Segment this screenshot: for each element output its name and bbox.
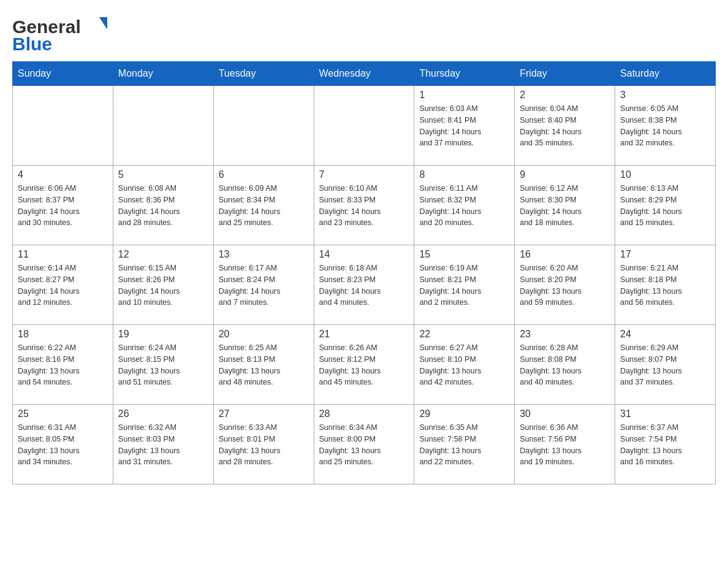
- day-number: 3: [620, 90, 710, 101]
- calendar-table: SundayMondayTuesdayWednesdayThursdayFrid…: [12, 61, 716, 484]
- day-info: Sunrise: 6:25 AM Sunset: 8:13 PM Dayligh…: [219, 342, 309, 388]
- calendar-cell: 8Sunrise: 6:11 AM Sunset: 8:32 PM Daylig…: [414, 166, 515, 245]
- weekday-header: Wednesday: [314, 62, 414, 86]
- day-info: Sunrise: 6:22 AM Sunset: 8:16 PM Dayligh…: [18, 342, 108, 388]
- day-number: 30: [520, 408, 610, 419]
- day-number: 1: [419, 90, 509, 101]
- day-info: Sunrise: 6:27 AM Sunset: 8:10 PM Dayligh…: [419, 342, 509, 388]
- calendar-cell: 31Sunrise: 6:37 AM Sunset: 7:54 PM Dayli…: [615, 405, 716, 484]
- weekday-header: Monday: [113, 62, 213, 86]
- day-number: 5: [118, 169, 208, 180]
- day-number: 24: [620, 329, 710, 340]
- logo-svg: General Blue: [12, 12, 110, 55]
- calendar-cell: 23Sunrise: 6:28 AM Sunset: 8:08 PM Dayli…: [515, 325, 615, 405]
- calendar-cell: 20Sunrise: 6:25 AM Sunset: 8:13 PM Dayli…: [213, 325, 314, 405]
- day-number: 14: [319, 249, 409, 260]
- calendar-cell: 21Sunrise: 6:26 AM Sunset: 8:12 PM Dayli…: [314, 325, 414, 405]
- calendar-cell: 1Sunrise: 6:03 AM Sunset: 8:41 PM Daylig…: [414, 86, 515, 166]
- calendar-week-row: 11Sunrise: 6:14 AM Sunset: 8:27 PM Dayli…: [13, 245, 716, 325]
- calendar-cell: [213, 86, 314, 166]
- weekday-header: Thursday: [414, 62, 515, 86]
- day-number: 29: [419, 408, 509, 419]
- calendar-cell: 27Sunrise: 6:33 AM Sunset: 8:01 PM Dayli…: [213, 405, 314, 484]
- calendar-cell: 19Sunrise: 6:24 AM Sunset: 8:15 PM Dayli…: [113, 325, 213, 405]
- calendar-week-row: 1Sunrise: 6:03 AM Sunset: 8:41 PM Daylig…: [13, 86, 716, 166]
- day-info: Sunrise: 6:26 AM Sunset: 8:12 PM Dayligh…: [319, 342, 409, 388]
- calendar-cell: 16Sunrise: 6:20 AM Sunset: 8:20 PM Dayli…: [515, 245, 615, 325]
- day-info: Sunrise: 6:06 AM Sunset: 8:37 PM Dayligh…: [18, 183, 108, 229]
- calendar-week-row: 18Sunrise: 6:22 AM Sunset: 8:16 PM Dayli…: [13, 325, 716, 405]
- calendar-week-row: 25Sunrise: 6:31 AM Sunset: 8:05 PM Dayli…: [13, 405, 716, 484]
- calendar-cell: 10Sunrise: 6:13 AM Sunset: 8:29 PM Dayli…: [615, 166, 716, 245]
- calendar-cell: [314, 86, 414, 166]
- calendar-cell: 11Sunrise: 6:14 AM Sunset: 8:27 PM Dayli…: [13, 245, 113, 325]
- calendar-cell: 5Sunrise: 6:08 AM Sunset: 8:36 PM Daylig…: [113, 166, 213, 245]
- day-number: 18: [18, 329, 108, 340]
- day-number: 12: [118, 249, 208, 260]
- day-info: Sunrise: 6:37 AM Sunset: 7:54 PM Dayligh…: [620, 422, 710, 468]
- calendar-cell: 28Sunrise: 6:34 AM Sunset: 8:00 PM Dayli…: [314, 405, 414, 484]
- day-number: 26: [118, 408, 208, 419]
- calendar-cell: 30Sunrise: 6:36 AM Sunset: 7:56 PM Dayli…: [515, 405, 615, 484]
- calendar-cell: 14Sunrise: 6:18 AM Sunset: 8:23 PM Dayli…: [314, 245, 414, 325]
- weekday-header: Saturday: [615, 62, 716, 86]
- day-info: Sunrise: 6:11 AM Sunset: 8:32 PM Dayligh…: [419, 183, 509, 229]
- day-number: 10: [620, 169, 710, 180]
- day-info: Sunrise: 6:21 AM Sunset: 8:18 PM Dayligh…: [620, 262, 710, 308]
- day-number: 8: [419, 169, 509, 180]
- day-number: 28: [319, 408, 409, 419]
- day-info: Sunrise: 6:20 AM Sunset: 8:20 PM Dayligh…: [520, 262, 610, 308]
- day-number: 31: [620, 408, 710, 419]
- day-info: Sunrise: 6:31 AM Sunset: 8:05 PM Dayligh…: [18, 422, 108, 468]
- calendar-cell: 26Sunrise: 6:32 AM Sunset: 8:03 PM Dayli…: [113, 405, 213, 484]
- weekday-header-row: SundayMondayTuesdayWednesdayThursdayFrid…: [13, 62, 716, 86]
- calendar-cell: [113, 86, 213, 166]
- day-info: Sunrise: 6:36 AM Sunset: 7:56 PM Dayligh…: [520, 422, 610, 468]
- day-info: Sunrise: 6:19 AM Sunset: 8:21 PM Dayligh…: [419, 262, 509, 308]
- day-number: 15: [419, 249, 509, 260]
- svg-marker-1: [99, 17, 107, 29]
- day-info: Sunrise: 6:35 AM Sunset: 7:58 PM Dayligh…: [419, 422, 509, 468]
- svg-text:Blue: Blue: [12, 34, 52, 54]
- day-info: Sunrise: 6:24 AM Sunset: 8:15 PM Dayligh…: [118, 342, 208, 388]
- day-info: Sunrise: 6:29 AM Sunset: 8:07 PM Dayligh…: [620, 342, 710, 388]
- calendar-cell: 29Sunrise: 6:35 AM Sunset: 7:58 PM Dayli…: [414, 405, 515, 484]
- day-number: 20: [219, 329, 309, 340]
- calendar-cell: 18Sunrise: 6:22 AM Sunset: 8:16 PM Dayli…: [13, 325, 113, 405]
- page-header: General Blue: [12, 12, 716, 55]
- calendar-cell: 9Sunrise: 6:12 AM Sunset: 8:30 PM Daylig…: [515, 166, 615, 245]
- day-number: 25: [18, 408, 108, 419]
- calendar-cell: 24Sunrise: 6:29 AM Sunset: 8:07 PM Dayli…: [615, 325, 716, 405]
- day-info: Sunrise: 6:28 AM Sunset: 8:08 PM Dayligh…: [520, 342, 610, 388]
- calendar-cell: 7Sunrise: 6:10 AM Sunset: 8:33 PM Daylig…: [314, 166, 414, 245]
- day-number: 9: [520, 169, 610, 180]
- day-info: Sunrise: 6:03 AM Sunset: 8:41 PM Dayligh…: [419, 103, 509, 149]
- day-number: 16: [520, 249, 610, 260]
- day-number: 4: [18, 169, 108, 180]
- day-info: Sunrise: 6:10 AM Sunset: 8:33 PM Dayligh…: [319, 183, 409, 229]
- day-info: Sunrise: 6:34 AM Sunset: 8:00 PM Dayligh…: [319, 422, 409, 468]
- calendar-cell: [13, 86, 113, 166]
- weekday-header: Tuesday: [213, 62, 314, 86]
- calendar-cell: 13Sunrise: 6:17 AM Sunset: 8:24 PM Dayli…: [213, 245, 314, 325]
- day-info: Sunrise: 6:15 AM Sunset: 8:26 PM Dayligh…: [118, 262, 208, 308]
- day-info: Sunrise: 6:12 AM Sunset: 8:30 PM Dayligh…: [520, 183, 610, 229]
- calendar-cell: 6Sunrise: 6:09 AM Sunset: 8:34 PM Daylig…: [213, 166, 314, 245]
- day-info: Sunrise: 6:17 AM Sunset: 8:24 PM Dayligh…: [219, 262, 309, 308]
- day-info: Sunrise: 6:08 AM Sunset: 8:36 PM Dayligh…: [118, 183, 208, 229]
- day-info: Sunrise: 6:33 AM Sunset: 8:01 PM Dayligh…: [219, 422, 309, 468]
- logo: General Blue: [12, 12, 110, 55]
- day-number: 21: [319, 329, 409, 340]
- day-info: Sunrise: 6:13 AM Sunset: 8:29 PM Dayligh…: [620, 183, 710, 229]
- day-number: 7: [319, 169, 409, 180]
- calendar-cell: 2Sunrise: 6:04 AM Sunset: 8:40 PM Daylig…: [515, 86, 615, 166]
- day-info: Sunrise: 6:05 AM Sunset: 8:38 PM Dayligh…: [620, 103, 710, 149]
- day-number: 13: [219, 249, 309, 260]
- day-info: Sunrise: 6:32 AM Sunset: 8:03 PM Dayligh…: [118, 422, 208, 468]
- day-info: Sunrise: 6:18 AM Sunset: 8:23 PM Dayligh…: [319, 262, 409, 308]
- calendar-cell: 22Sunrise: 6:27 AM Sunset: 8:10 PM Dayli…: [414, 325, 515, 405]
- day-info: Sunrise: 6:04 AM Sunset: 8:40 PM Dayligh…: [520, 103, 610, 149]
- day-number: 2: [520, 90, 610, 101]
- weekday-header: Friday: [515, 62, 615, 86]
- calendar-cell: 17Sunrise: 6:21 AM Sunset: 8:18 PM Dayli…: [615, 245, 716, 325]
